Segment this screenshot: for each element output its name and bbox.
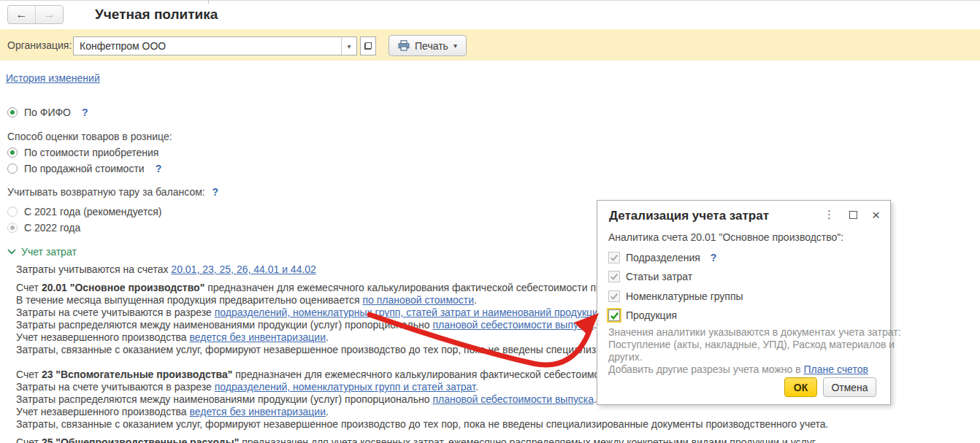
inline-link[interactable]: 20.01, 23, 25, 26, 44.01 и 44.02 xyxy=(171,263,316,275)
dialog-note-link-line: Добавить другие разрезы учета можно в Пл… xyxy=(608,363,868,375)
forward-button[interactable]: → xyxy=(36,6,63,23)
chevron-down-icon xyxy=(7,249,16,255)
forward-arrow-icon: → xyxy=(44,8,55,21)
option-row-2021: С 2021 года (рекомендуется) xyxy=(7,206,161,217)
radio-year-2022-label: С 2022 года xyxy=(24,222,80,234)
p23-line-2: Затраты на счете учитываются в разрезе п… xyxy=(16,381,478,393)
radio-purchase-cost[interactable] xyxy=(7,147,18,158)
subdivisions-help-icon[interactable]: ? xyxy=(711,252,717,263)
organization-input[interactable] xyxy=(74,37,341,55)
text-segment: . xyxy=(326,406,329,417)
tare-help-icon[interactable]: ? xyxy=(213,186,219,198)
ok-button[interactable]: ОК xyxy=(784,377,817,397)
text-segment: Затраты учитываются на счетах xyxy=(16,263,171,275)
section-toggle-cost-accounting[interactable]: Учет затрат xyxy=(7,246,77,258)
tab-edge-notch xyxy=(208,0,209,4)
checkbox-row-cost-items: Статьи затрат xyxy=(608,271,692,282)
section-title: Учет затрат xyxy=(21,246,77,258)
checkbox-cost-items-label: Статьи затрат xyxy=(626,271,692,282)
radio-sale-cost-label: По продажной стоимости xyxy=(24,163,145,174)
dialog-subtitle: Аналитика счета 20.01 "Основное производ… xyxy=(608,231,843,243)
more-menu-icon[interactable]: ⋮ xyxy=(824,208,835,221)
inline-link[interactable]: по плановой стоимости xyxy=(362,294,474,306)
inline-link[interactable]: Плане счетов xyxy=(804,363,868,375)
cancel-button[interactable]: Отмена xyxy=(823,377,876,397)
history-link-row: История изменений xyxy=(6,72,100,84)
text-segment: Счет xyxy=(16,282,42,293)
text-segment: 20.01 "Основное производство" xyxy=(42,282,204,293)
back-button[interactable]: ← xyxy=(8,6,36,23)
checkbox-subdivisions-label: Подразделения xyxy=(626,252,700,263)
sale-cost-help-icon[interactable]: ? xyxy=(156,163,162,174)
p20-line-1: Счет 20.01 "Основное производство" предн… xyxy=(16,282,678,293)
print-button[interactable]: Печать ▾ xyxy=(388,35,467,56)
p20-line-2: В течение месяца выпущенная продукция пр… xyxy=(16,294,477,306)
open-form-icon xyxy=(364,42,372,50)
top-divider xyxy=(0,0,980,1)
check-icon xyxy=(610,253,619,262)
option-row-fifo: По ФИФО ? xyxy=(7,107,88,118)
inline-link[interactable]: подразделений, номенклатурных групп и ст… xyxy=(215,381,475,393)
p20-line-4: Затраты распределяются между наименовани… xyxy=(16,319,597,331)
cost-accounts-line: Затраты учитываются на счетах 20.01, 23,… xyxy=(16,263,316,275)
text-segment: Затраты распределяются между наименовани… xyxy=(16,319,432,331)
tare-group-row: Учитывать возвратную тару за балансом: ? xyxy=(7,186,218,198)
fifo-help-icon[interactable]: ? xyxy=(82,107,88,118)
organization-field: ▾ xyxy=(73,36,357,55)
checkbox-products[interactable] xyxy=(608,309,620,321)
checkbox-cost-items xyxy=(608,271,620,282)
text-segment: . xyxy=(475,381,478,393)
tare-group-label: Учитывать возвратную тару за балансом: xyxy=(7,186,205,198)
checkbox-row-products: Продукция xyxy=(608,309,677,321)
chevron-down-icon: ▾ xyxy=(453,42,457,50)
check-icon xyxy=(610,272,619,281)
dialog-note-line-1: Значения аналитики указываются в докумен… xyxy=(608,326,901,338)
organization-open-button[interactable] xyxy=(360,36,376,55)
checkbox-subdivisions xyxy=(608,252,620,263)
radio-fifo[interactable] xyxy=(7,107,18,118)
dialog-controls: ⋮ × xyxy=(824,208,880,221)
option-row-2022: С 2022 года xyxy=(7,222,80,234)
radio-purchase-cost-label: По стоимости приобретения xyxy=(24,147,158,158)
text-segment: Учет незавершенного производства xyxy=(16,406,190,417)
text-segment: Затраты распределяются между наименовани… xyxy=(16,393,432,405)
inline-link[interactable]: подразделений, номенклатурных групп, ста… xyxy=(215,307,638,318)
check-icon xyxy=(610,311,619,320)
text-segment: Затраты на счете учитываются в разрезе xyxy=(16,307,215,318)
printer-icon xyxy=(398,40,410,51)
text-segment: Счет xyxy=(16,369,42,380)
print-button-label: Печать xyxy=(415,40,448,52)
text-segment: 23 "Вспомогательные производства" xyxy=(42,369,233,380)
radio-year-2021-label: С 2021 года (рекомендуется) xyxy=(24,206,161,217)
radio-sale-cost[interactable] xyxy=(7,163,18,174)
organization-dropdown-button[interactable]: ▾ xyxy=(341,37,356,55)
back-arrow-icon: ← xyxy=(16,8,28,21)
inline-link[interactable]: ведется без инвентаризации xyxy=(190,331,326,343)
text-segment: В течение месяца выпущенная продукция пр… xyxy=(16,294,362,306)
text-segment: Затраты на счете учитываются в разрезе xyxy=(16,381,215,393)
inline-link[interactable]: плановой себестоимости выпуска xyxy=(432,393,594,405)
checkbox-row-item-groups: Номенклатурные группы xyxy=(608,290,743,302)
text-segment: предназначен для учета косвенных затрат,… xyxy=(239,436,817,443)
organization-label: Организация: xyxy=(7,39,72,51)
text-segment: Затраты, связанные с оказанием услуг, фо… xyxy=(16,418,829,430)
chevron-down-icon: ▾ xyxy=(347,42,351,50)
inline-link[interactable]: ведется без инвентаризации xyxy=(190,406,326,417)
p23-line-3: Затраты распределяются между наименовани… xyxy=(16,393,597,405)
check-icon xyxy=(610,292,619,301)
history-changes-link[interactable]: История изменений xyxy=(6,72,100,84)
option-row-sale-cost: По продажной стоимости ? xyxy=(7,163,161,174)
close-icon[interactable]: × xyxy=(872,211,880,219)
checkbox-row-subdivisions: Подразделения ? xyxy=(608,252,716,263)
dialog-title: Детализация учета затрат xyxy=(609,209,769,223)
p20-line-5: Учет незавершенного производства ведется… xyxy=(16,331,329,343)
inline-link[interactable]: плановой себестоимости выпуска xyxy=(432,319,594,331)
text-segment: 25 "Общепроизводственные расходы" xyxy=(42,436,239,443)
p20-line-3: Затраты на счете учитываются в разрезе п… xyxy=(16,307,641,318)
maximize-icon[interactable] xyxy=(849,211,857,219)
text-segment: . xyxy=(326,331,329,343)
dialog-note-line-3: других. xyxy=(608,351,643,363)
radio-fifo-label: По ФИФО xyxy=(24,107,71,118)
p23-line-5: Затраты, связанные с оказанием услуг, фо… xyxy=(16,418,829,430)
p23-line-4: Учет незавершенного производства ведется… xyxy=(16,406,329,417)
